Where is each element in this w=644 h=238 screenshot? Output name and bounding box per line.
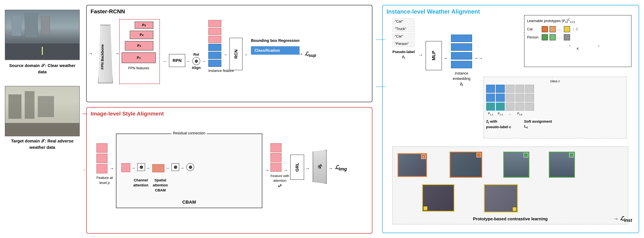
pseudo-label-section: "Car" "Truck" "Car" "Person" Pseudo-labe… <box>392 18 415 60</box>
style-alignment-box: Image-level Style Alignment → Feature at… <box>86 107 372 234</box>
feature-attention-container: Feature withattentionxp <box>270 143 289 188</box>
matrix-col-labels: Pc,1 Pc,2 ... Pc,k <box>486 112 624 116</box>
target-domain-label: Target domain 𝒯 : Real adverse weather d… <box>5 138 80 151</box>
cbam-module-box: Residual connection → ⊗ → → ⊗ → ⊕ Channe… <box>116 133 262 208</box>
fpn-backbone-label: FPN Backbone <box>100 44 104 69</box>
multiply-sym-2: ⊗ <box>172 163 179 171</box>
loss-sup-label: → ℒsup <box>298 51 316 58</box>
car2-tag <box>476 153 481 157</box>
blue-dashed-1 <box>376 39 385 40</box>
inst-feat-1 <box>208 20 221 27</box>
feat-p-block1 <box>96 143 108 153</box>
grl-box: GRL <box>290 155 304 180</box>
person-proto-1 <box>542 34 548 40</box>
inst-feat-5-blue <box>208 52 221 59</box>
source-domain-label: Source domain 𝒮 : Clear weather data <box>5 62 80 75</box>
classification-box: Classification <box>251 46 300 55</box>
person-proto-2 <box>550 34 556 40</box>
cbam-label: CBAM <box>182 200 196 205</box>
roi-align-label: RoI <box>193 52 199 57</box>
pseudo-label-text: Pseudo-labelĉi <box>392 49 415 60</box>
target-input-arrow: → <box>82 168 86 172</box>
person-proto-k <box>564 34 570 40</box>
arrow-to-dp: → <box>305 166 310 171</box>
zi-cell-3-1-teal <box>486 103 495 111</box>
class-c-label: class c <box>486 79 624 83</box>
feature-level-label: Feature atlevel p <box>96 175 113 185</box>
c-bracket: } <box>573 27 574 31</box>
instance-embed-label: InstanceembeddingZi <box>451 71 472 87</box>
rcn-box: RCN <box>230 38 242 70</box>
k-label: ⌞ ⌟ K <box>527 43 628 51</box>
channel-input-block <box>121 163 130 172</box>
arrow-in-cbam2: → <box>146 166 150 170</box>
embed-rect-2 <box>451 43 472 51</box>
arrow-to-fpn-features: → <box>115 51 120 56</box>
arrow-to-matrix: →→ <box>474 56 483 61</box>
source-domain-image <box>5 10 80 60</box>
matrix-bottom-labels: Zi withpseudo-label c Soft assignmentLc <box>486 119 624 130</box>
contrastive-img-person <box>503 152 529 178</box>
fpn-dashed-box <box>119 19 160 84</box>
roi-align-container: RoI ⊕ Align <box>192 52 201 70</box>
arrow-feat-to-cbam: → <box>110 166 114 171</box>
loss-inst-label: → ℒinst <box>613 215 632 223</box>
contrastive-img-car4 <box>484 184 518 213</box>
car-proto-k <box>564 26 570 32</box>
car4-tag <box>512 207 517 211</box>
zi-cell-3-3-gray <box>506 103 514 111</box>
zi-cell-3-2-teal <box>496 103 505 111</box>
channel-attention-label: Channelattention <box>131 178 150 188</box>
loss-img-label: ℒimg <box>335 164 347 172</box>
feat-att-3 <box>270 163 282 172</box>
person-label: Person <box>527 35 540 39</box>
contrastive-img-car1: p <box>398 153 427 177</box>
spatial-input-block <box>152 164 164 172</box>
instance-embedding-container: InstanceembeddingZi <box>451 35 472 87</box>
zi-row-1 <box>486 85 624 93</box>
roi-align-label2: Align <box>192 66 201 70</box>
outputs-container: Bounding box Regression Classification <box>251 38 300 55</box>
person-proto-row: Person ... <box>527 34 628 40</box>
car-proto-dots: ... <box>557 27 562 31</box>
blue-dashed-to-right <box>285 52 298 52</box>
quote-car: "Car" <box>392 18 415 24</box>
person-proto-dots: ... <box>557 35 562 39</box>
arrow-to-rcn: → <box>223 52 227 57</box>
arrow-in-cbam1: → <box>132 166 135 170</box>
feature-level-p-container: Feature atlevel p <box>96 143 113 185</box>
car-proto-2 <box>550 26 556 32</box>
contrastive-img-car2 <box>450 152 482 178</box>
blue-dashed-2 <box>376 87 385 87</box>
bbox-regression-label: Bounding box Regression <box>251 38 300 43</box>
feat-att-2 <box>270 153 282 162</box>
arrow-to-embed: → <box>443 56 448 61</box>
zi-cell-2-3-gray <box>506 94 514 102</box>
dp-label: 𝒟p <box>317 164 322 169</box>
mlp-box: MLP <box>426 41 442 70</box>
inst-feat-3 <box>208 36 221 43</box>
car3-tag <box>423 206 428 211</box>
zi-cell-1-1 <box>486 85 495 93</box>
c-label: C <box>576 27 578 31</box>
zi-cell-2-5-gray <box>525 94 534 102</box>
car-proto-row: Car ... } C <box>527 26 628 32</box>
arrow-in-cbam4: → <box>180 166 184 170</box>
quote-car2: "Car" <box>392 33 415 39</box>
zi-cell-2-4-gray <box>515 94 524 102</box>
zi-cell-1-2 <box>496 85 505 93</box>
arrow-to-mlp: → <box>418 52 423 58</box>
person-tag <box>524 153 528 157</box>
inst-feat-2 <box>208 28 221 35</box>
arrow-from-rcn: → <box>244 52 248 57</box>
zi-cell-1-5-gray <box>525 85 534 93</box>
faster-rcnn-title: Faster-RCNN <box>90 8 125 15</box>
car-proto-1 <box>542 26 548 32</box>
zi-row-3 <box>486 103 624 111</box>
residual-connection-label: Residual connection <box>172 131 207 135</box>
arrow-to-grl: → <box>284 168 288 173</box>
weather-alignment-title: Instance-level Weather Alignment <box>386 8 480 15</box>
zi-cell-1-3-gray <box>506 85 514 93</box>
prototypes-title: Learnable prototypes {Pc}Cc=1 <box>527 18 628 24</box>
faster-rcnn-box: Faster-RCNN → FPN Backbone → P₅ P₄ P₃ P₂… <box>86 5 372 102</box>
